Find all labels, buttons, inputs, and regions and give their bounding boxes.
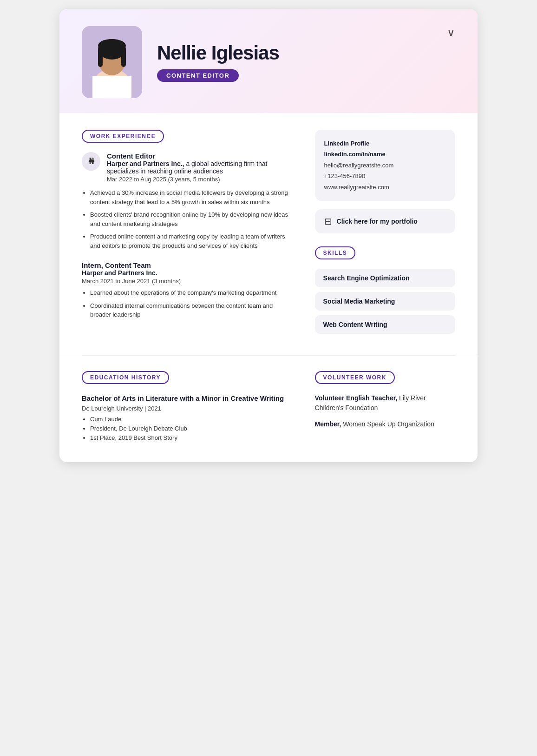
- education-section: EDUCATION HISTORY Bachelor of Arts in Li…: [82, 371, 293, 444]
- volunteer-text-1: Volunteer English Teacher, Lily River Ch…: [315, 393, 455, 413]
- job-bullets-1: Achieved a 30% increase in social media …: [82, 188, 293, 250]
- job-dates-2: March 2021 to June 2021 (3 months): [82, 278, 293, 285]
- volunteer-section: VOLUNTEER WORK Volunteer English Teacher…: [311, 371, 455, 444]
- linkedin-url[interactable]: linkedin.com/in/name: [324, 149, 446, 159]
- edu-bullet-2: President, De Loureigh Debate Club: [90, 425, 293, 432]
- body-section: WORK EXPERIENCE ₦ Content Editor Harper …: [59, 113, 478, 355]
- svg-point-8: [98, 39, 126, 52]
- job-title-1: Content Editor: [107, 152, 293, 160]
- bullet-2-1: Learned about the operations of the comp…: [90, 288, 293, 298]
- job-title-2: Intern, Content Team: [82, 261, 293, 269]
- volunteer-title-2: Member,: [315, 420, 341, 428]
- skills-label: SKILLS: [315, 246, 356, 259]
- bottom-section: EDUCATION HISTORY Bachelor of Arts in Li…: [59, 356, 478, 462]
- svg-rect-7: [121, 48, 126, 67]
- edu-bullets: Cum Laude President, De Loureigh Debate …: [82, 416, 293, 441]
- portfolio-card[interactable]: ⊟ Click here for my portfolio: [315, 209, 455, 233]
- candidate-name: Nellie Iglesias: [157, 42, 455, 64]
- edu-school: De Loureigh University | 2021: [82, 405, 293, 412]
- work-experience-label: WORK EXPERIENCE: [82, 130, 164, 143]
- job-header-row-1: ₦ Content Editor Harper and Partners Inc…: [82, 152, 293, 186]
- job-dates-1: Mar 2022 to Aug 2025 (3 years, 5 months): [107, 176, 293, 183]
- link-icon: ⊟: [324, 216, 332, 227]
- header-info: Nellie Iglesias CONTENT EDITOR: [157, 42, 455, 82]
- bullet-1-2: Boosted clients' brand recognition onlin…: [90, 210, 293, 228]
- volunteer-entry-2: Member, Women Speak Up Organization: [315, 419, 455, 429]
- website[interactable]: www.reallygreatsite.com: [324, 182, 446, 192]
- svg-rect-6: [98, 48, 103, 67]
- contact-card: LinkedIn Profile linkedin.com/in/name he…: [315, 130, 455, 201]
- skill-item-3: Web Content Writing: [315, 315, 455, 334]
- job-entry-2: Intern, Content Team Harper and Partners…: [82, 261, 293, 319]
- resume-wrapper: Nellie Iglesias CONTENT EDITOR ∨ WORK EX…: [59, 9, 478, 462]
- profile-photo: [82, 26, 142, 98]
- job-entry-1: ₦ Content Editor Harper and Partners Inc…: [82, 152, 293, 250]
- volunteer-title-1: Volunteer English Teacher,: [315, 394, 398, 402]
- volunteer-entry-1: Volunteer English Teacher, Lily River Ch…: [315, 393, 455, 413]
- phone: +123-456-7890: [324, 171, 446, 181]
- left-column: WORK EXPERIENCE ₦ Content Editor Harper …: [82, 130, 293, 338]
- portfolio-text: Click here for my portfolio: [337, 218, 418, 225]
- volunteer-text-2: Member, Women Speak Up Organization: [315, 419, 455, 429]
- email[interactable]: hello@reallygreatsite.com: [324, 160, 446, 171]
- job-title-badge: CONTENT EDITOR: [157, 69, 239, 82]
- right-column: LinkedIn Profile linkedin.com/in/name he…: [311, 130, 455, 338]
- edu-bullet-1: Cum Laude: [90, 416, 293, 423]
- volunteer-org-2: Women Speak Up Organization: [341, 420, 434, 428]
- volunteer-label: VOLUNTEER WORK: [315, 371, 395, 384]
- skill-item-1: Search Engine Optimization: [315, 269, 455, 287]
- education-label: EDUCATION HISTORY: [82, 371, 169, 384]
- bullet-1-3: Produced online content and marketing co…: [90, 232, 293, 250]
- edu-bullet-3: 1st Place, 2019 Best Short Story: [90, 434, 293, 441]
- job-bullets-2: Learned about the operations of the comp…: [82, 288, 293, 319]
- linkedin-label: LinkedIn Profile: [324, 138, 446, 149]
- job-company-2: Harper and Partners Inc.: [82, 269, 293, 277]
- bullet-2-2: Coordinated internal communications betw…: [90, 301, 293, 319]
- header-section: Nellie Iglesias CONTENT EDITOR ∨: [59, 9, 478, 113]
- skill-item-2: Social Media Marketing: [315, 292, 455, 311]
- skills-section: SKILLS Search Engine Optimization Social…: [315, 246, 455, 334]
- bullet-1-1: Achieved a 30% increase in social media …: [90, 188, 293, 206]
- job-details-1: Content Editor Harper and Partners Inc.,…: [107, 152, 293, 186]
- job-icon-1: ₦: [82, 152, 100, 171]
- svg-rect-3: [92, 76, 131, 98]
- chevron-down-icon[interactable]: ∨: [447, 26, 455, 39]
- edu-degree: Bachelor of Arts in Literature with a Mi…: [82, 393, 293, 403]
- job-company-1: Harper and Partners Inc., a global adver…: [107, 160, 293, 175]
